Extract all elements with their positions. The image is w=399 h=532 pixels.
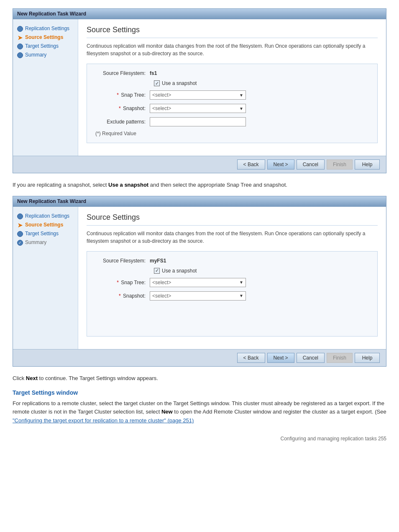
- checkbox-label-snapshot-1: Use a snapshot: [162, 80, 197, 86]
- wizard-title-bar-2: New Replication Task Wizard: [13, 196, 386, 207]
- nav-item-summary-1[interactable]: Summary: [17, 52, 74, 58]
- nav-item-target-2[interactable]: Target Settings: [17, 231, 74, 237]
- wizard-title-1: New Replication Task Wizard: [17, 11, 86, 17]
- form-section-1: Source Filesystem: fs1 Use a snapshot * …: [87, 64, 378, 143]
- snap-tree-placeholder-2: <select>: [152, 280, 171, 285]
- content-title-2: Source Settings: [87, 213, 378, 226]
- nav-item-replication-2[interactable]: Replication Settings: [17, 213, 74, 219]
- snapshot-select-1[interactable]: <select> ▼: [150, 104, 246, 113]
- next-button-2[interactable]: Next >: [267, 353, 294, 363]
- prose-1-bold: Use a snapshot: [108, 182, 148, 188]
- wizard-body-1: Replication Settings ➤ Source Settings T…: [13, 19, 386, 156]
- prose-2-after: to continue. The Target Settings window …: [38, 375, 158, 381]
- prose-2: Click Next to continue. The Target Setti…: [13, 374, 386, 383]
- page-footer: Configuring and managing replication tas…: [13, 434, 386, 442]
- nav-label-source-2: Source Settings: [25, 222, 63, 228]
- checkbox-row-snapshot-2[interactable]: Use a snapshot: [154, 268, 369, 274]
- prose-1-after: and then select the appropriate Snap Tre…: [148, 182, 287, 188]
- content-title-1: Source Settings: [87, 26, 378, 38]
- form-row-snaptree-1: * Snap Tree: <select> ▼: [95, 90, 369, 100]
- wizard-content-1: Source Settings Continuous replication w…: [78, 19, 386, 156]
- form-label-snapshot-2: * Snapshot:: [95, 293, 150, 299]
- empty-space-2: [95, 305, 369, 330]
- prose-1-before: If you are replicating a snapshot, selec…: [13, 182, 108, 188]
- help-button-1[interactable]: Help: [355, 159, 380, 170]
- snap-tree-arrow-1: ▼: [239, 93, 243, 98]
- nav-item-replication-1[interactable]: Replication Settings: [17, 26, 74, 32]
- back-button-2[interactable]: < Back: [237, 353, 265, 363]
- wizard-footer-1: < Back Next > Cancel Finish Help: [13, 156, 386, 173]
- cancel-button-2[interactable]: Cancel: [297, 353, 325, 363]
- required-star-snaptree-2: *: [117, 280, 119, 285]
- snap-tree-label-text-1: Snap Tree:: [121, 92, 146, 98]
- snapshot-placeholder-1: <select>: [152, 105, 171, 111]
- nav-item-source-2[interactable]: ➤ Source Settings: [17, 222, 74, 228]
- checkbox-row-snapshot-1[interactable]: Use a snapshot: [154, 80, 369, 86]
- form-label-filesystem-2: Source Filesystem:: [95, 258, 150, 264]
- nav-item-source-1[interactable]: ➤ Source Settings: [17, 34, 74, 41]
- nav-item-target-1[interactable]: Target Settings: [17, 43, 74, 49]
- snap-tree-placeholder-1: <select>: [152, 92, 171, 98]
- snap-tree-arrow-2: ▼: [239, 280, 243, 285]
- prose-3-link[interactable]: "Configuring the target export for repli…: [13, 417, 194, 424]
- nav-bullet-replication-2: [17, 213, 23, 219]
- snapshot-arrow-2: ▼: [239, 293, 243, 298]
- snapshot-label-text-1: Snapshot:: [123, 105, 146, 111]
- prose-3-bold: New: [161, 409, 173, 415]
- required-star-snapshot-2: *: [119, 293, 121, 299]
- form-row-exclude-1: Exclude patterns:: [95, 117, 369, 126]
- form-row-snaptree-2: * Snap Tree: <select> ▼: [95, 278, 369, 287]
- form-label-snaptree-2: * Snap Tree:: [95, 280, 150, 285]
- form-label-snapshot-1: * Snapshot:: [95, 105, 150, 111]
- nav-label-target-2: Target Settings: [25, 231, 59, 236]
- nav-bullet-summary-2: ✓: [17, 240, 23, 246]
- content-desc-2: Continuous replication will monitor data…: [87, 230, 378, 245]
- form-label-snaptree-1: * Snap Tree:: [95, 92, 150, 98]
- checkbox-snapshot-1[interactable]: [154, 80, 160, 86]
- snapshot-select-2[interactable]: <select> ▼: [150, 291, 246, 301]
- nav-label-replication-2: Replication Settings: [25, 213, 69, 219]
- prose-3: For replications to a remote cluster, se…: [13, 399, 386, 425]
- nav-bullet-target-1: [17, 44, 23, 49]
- nav-item-summary-2[interactable]: ✓ Summary: [17, 239, 74, 246]
- wizard-dialog-1: New Replication Task Wizard Replication …: [13, 8, 386, 173]
- checkbox-label-snapshot-2: Use a snapshot: [162, 268, 197, 274]
- form-label-exclude-1: Exclude patterns:: [95, 119, 150, 125]
- wizard-body-2: Replication Settings ➤ Source Settings T…: [13, 207, 386, 349]
- back-button-1[interactable]: < Back: [237, 159, 265, 170]
- next-button-1[interactable]: Next >: [267, 159, 294, 170]
- nav-bullet-target-2: [17, 231, 23, 237]
- nav-label-source-1: Source Settings: [25, 34, 63, 40]
- snap-tree-select-2[interactable]: <select> ▼: [150, 278, 246, 287]
- nav-bullet-source-2: ➤: [17, 222, 23, 228]
- checkbox-snapshot-2[interactable]: [154, 268, 160, 274]
- prose-1: If you are replicating a snapshot, selec…: [13, 181, 386, 190]
- help-button-2[interactable]: Help: [355, 353, 380, 363]
- snapshot-label-text-2: Snapshot:: [123, 293, 146, 299]
- finish-button-2: Finish: [327, 353, 353, 363]
- nav-label-summary-2: Summary: [25, 239, 46, 245]
- nav-bullet-summary-1: [17, 52, 23, 58]
- wizard-dialog-2: New Replication Task Wizard Replication …: [13, 196, 386, 367]
- snapshot-placeholder-2: <select>: [152, 293, 171, 299]
- wizard-nav-1: Replication Settings ➤ Source Settings T…: [13, 19, 78, 156]
- nav-label-replication-1: Replication Settings: [25, 26, 69, 31]
- required-star-snaptree-1: *: [117, 92, 119, 98]
- prose-2-text: Click: [13, 375, 26, 381]
- cancel-button-1[interactable]: Cancel: [297, 159, 325, 170]
- required-note-1: (*) Required Value: [95, 131, 369, 136]
- form-section-2: Source Filesystem: myFS1 Use a snapshot …: [87, 251, 378, 337]
- nav-label-summary-1: Summary: [25, 52, 46, 58]
- form-row-snapshot-2: * Snapshot: <select> ▼: [95, 291, 369, 301]
- nav-bullet-replication-1: [17, 26, 23, 32]
- wizard-title-bar-1: New Replication Task Wizard: [13, 9, 386, 19]
- snap-tree-select-1[interactable]: <select> ▼: [150, 90, 246, 100]
- nav-label-target-1: Target Settings: [25, 43, 59, 49]
- wizard-nav-2: Replication Settings ➤ Source Settings T…: [13, 207, 78, 349]
- wizard-title-2: New Replication Task Wizard: [17, 198, 86, 204]
- exclude-patterns-input-1[interactable]: [150, 117, 246, 126]
- prose-3-after: to open the Add Remote Cluster window an…: [173, 409, 386, 415]
- form-row-snapshot-1: * Snapshot: <select> ▼: [95, 104, 369, 113]
- content-desc-1: Continuous replication will monitor data…: [87, 42, 378, 57]
- form-value-filesystem-1: fs1: [150, 70, 157, 76]
